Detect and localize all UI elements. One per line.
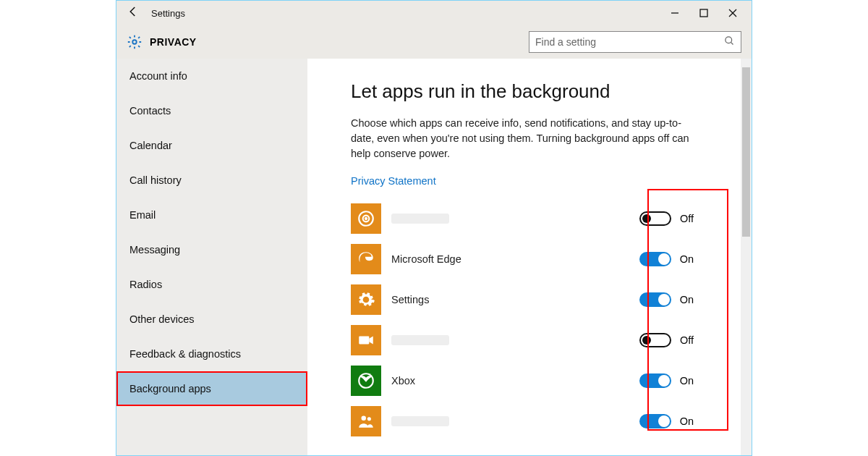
- toggle-state: On: [680, 415, 694, 427]
- settings-window: Settings PRIVACY Find a setting: [116, 0, 752, 456]
- toggle-switch[interactable]: [639, 292, 671, 307]
- app-name-label: Settings: [391, 294, 429, 305]
- sidebar-item-email[interactable]: Email: [116, 198, 307, 232]
- toggle-switch[interactable]: [639, 252, 671, 266]
- svg-rect-1: [700, 9, 707, 17]
- app-row: Settings On: [351, 279, 741, 320]
- toggle-switch[interactable]: [639, 333, 671, 347]
- category-header: PRIVACY Find a setting: [116, 25, 752, 59]
- sidebar-item-messaging[interactable]: Messaging: [116, 232, 307, 267]
- svg-point-9: [365, 218, 367, 219]
- sidebar-item-other-devices[interactable]: Other devices: [116, 302, 307, 337]
- app-row: Xbox On: [351, 360, 741, 401]
- content-body: Account info Contacts Calendar Call hist…: [116, 59, 752, 455]
- scroll-thumb[interactable]: [742, 67, 750, 237]
- app-row: On: [351, 401, 741, 442]
- camera-icon: [351, 325, 381, 355]
- app-name-label: [391, 335, 449, 345]
- toggle-switch[interactable]: [639, 211, 671, 226]
- toggle-switch[interactable]: [639, 373, 671, 388]
- svg-point-5: [726, 37, 732, 43]
- app-row: Microsoft Edge On: [351, 239, 741, 279]
- minimize-button[interactable]: [660, 1, 689, 25]
- search-icon: [724, 35, 735, 48]
- page-heading: Let apps run in the background: [351, 80, 741, 103]
- app-name-label: [391, 214, 449, 224]
- toggle-switch[interactable]: [639, 414, 671, 428]
- close-button[interactable]: [718, 1, 747, 25]
- sidebar-item-contacts[interactable]: Contacts: [116, 93, 307, 128]
- toggle-state: Off: [680, 334, 694, 346]
- target-icon: [351, 203, 381, 234]
- sidebar: Account info Contacts Calendar Call hist…: [116, 59, 307, 455]
- search-input[interactable]: Find a setting: [529, 31, 741, 53]
- sidebar-item-call-history[interactable]: Call history: [116, 163, 307, 198]
- app-row: Off: [351, 320, 741, 360]
- sidebar-item-calendar[interactable]: Calendar: [116, 128, 307, 163]
- vertical-scrollbar[interactable]: [741, 59, 752, 455]
- xbox-icon: [351, 366, 381, 396]
- sidebar-item-background-apps[interactable]: Background apps: [116, 371, 307, 406]
- privacy-statement-link[interactable]: Privacy Statement: [351, 175, 436, 187]
- app-row: Off: [351, 198, 741, 239]
- edge-icon: [351, 244, 381, 274]
- gear-app-icon: [351, 284, 381, 315]
- back-button[interactable]: [124, 5, 142, 22]
- search-placeholder: Find a setting: [535, 36, 596, 48]
- toggle-state: On: [680, 375, 694, 387]
- svg-line-6: [731, 42, 733, 44]
- app-name-label: Microsoft Edge: [391, 253, 461, 265]
- gear-icon: [127, 34, 142, 50]
- page-description: Choose which apps can receive info, send…: [351, 116, 698, 161]
- maximize-button[interactable]: [689, 1, 718, 25]
- svg-rect-10: [359, 337, 369, 345]
- toggle-state: On: [680, 294, 694, 305]
- toggle-state: Off: [680, 213, 694, 224]
- sidebar-item-account-info[interactable]: Account info: [116, 59, 307, 93]
- titlebar: Settings: [116, 1, 752, 25]
- people-icon: [351, 406, 381, 436]
- app-name-label: [391, 416, 449, 426]
- main-panel: Let apps run in the background Choose wh…: [307, 59, 752, 455]
- toggle-state: On: [680, 253, 694, 265]
- category-title: PRIVACY: [150, 36, 197, 48]
- window-title: Settings: [151, 8, 185, 19]
- sidebar-item-feedback-diagnostics[interactable]: Feedback & diagnostics: [116, 337, 307, 371]
- svg-point-13: [367, 417, 371, 421]
- svg-point-4: [132, 40, 137, 44]
- svg-point-12: [362, 415, 367, 421]
- app-name-label: Xbox: [391, 375, 415, 387]
- sidebar-item-radios[interactable]: Radios: [116, 267, 307, 302]
